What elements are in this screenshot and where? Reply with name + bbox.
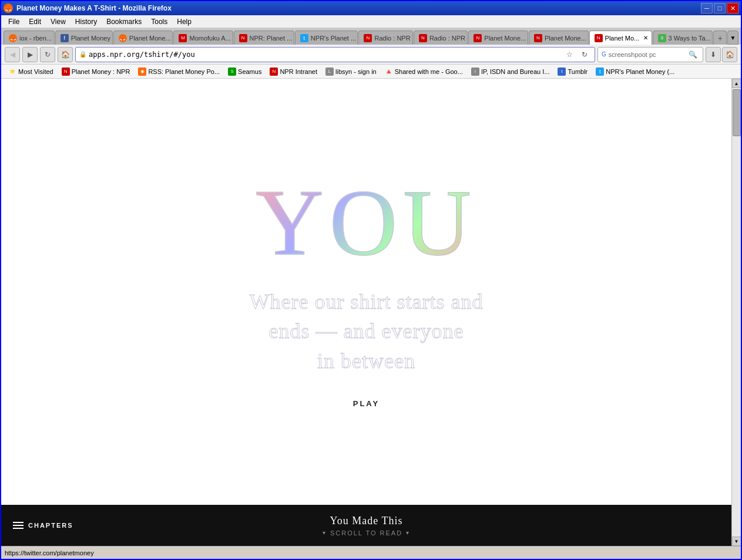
forward-button[interactable]: ▶ bbox=[22, 47, 38, 62]
close-button[interactable]: ✕ bbox=[727, 3, 738, 14]
nav-extra-buttons: ⬇ 🏠 bbox=[706, 47, 737, 62]
address-lock-icon: 🔒 bbox=[79, 51, 86, 58]
new-tab-button[interactable]: + bbox=[713, 31, 727, 45]
address-star-button[interactable]: ☆ bbox=[563, 48, 576, 61]
tab-favicon-pm4: N bbox=[534, 34, 542, 42]
menu-help[interactable]: Help bbox=[172, 16, 196, 27]
tab-overflow-button[interactable]: ▼ bbox=[727, 31, 738, 45]
bookmark-google-drive[interactable]: 🔺 Shared with me - Goo... bbox=[381, 66, 466, 77]
bookmark-tumblr-label: Tumblr bbox=[568, 68, 587, 75]
bookmark-gdrive-label: Shared with me - Goo... bbox=[395, 68, 463, 75]
menu-bookmarks[interactable]: Bookmarks bbox=[102, 16, 146, 27]
bookmark-tumblr[interactable]: t Tumblr bbox=[554, 66, 591, 77]
subtitle: Where our shirt starts and ends — and ev… bbox=[250, 287, 484, 376]
tab-label-pm2: Planet Mone... bbox=[129, 35, 171, 42]
bottom-bar: CHAPTERS You Made This ▾ SCROLL TO READ … bbox=[1, 505, 731, 546]
tab-momofuku[interactable]: M Momofuku A... bbox=[173, 31, 233, 45]
bookmark-npr-intranet-label: NPR Intranet bbox=[280, 68, 317, 75]
bookmark-rss[interactable]: ◉ RSS: Planet Money Po... bbox=[135, 66, 223, 77]
nav-bar: ◀ ▶ ↻ 🏠 🔒 apps.npr.org/tshirt/#/you ☆ ↻ … bbox=[1, 45, 741, 65]
bottom-center: You Made This ▾ SCROLL TO READ ▾ bbox=[323, 515, 410, 537]
bookmark-npr-intranet[interactable]: N NPR Intranet bbox=[266, 66, 321, 77]
search-button[interactable]: 🔍 bbox=[686, 48, 699, 61]
bookmark-all-button[interactable]: 🏠 bbox=[722, 47, 737, 62]
minimize-button[interactable]: ─ bbox=[701, 3, 713, 14]
address-refresh-button[interactable]: ↻ bbox=[578, 48, 591, 61]
menu-view[interactable]: View bbox=[46, 16, 70, 27]
firefox-icon: 🦊 bbox=[4, 4, 13, 13]
scroll-to-read-button[interactable]: ▾ SCROLL TO READ ▾ bbox=[323, 529, 410, 537]
chapters-line-1 bbox=[13, 522, 23, 523]
bookmarks-bar: ⭐ Most Visited N Planet Money : NPR ◉ RS… bbox=[1, 65, 741, 79]
bookmark-libsyn[interactable]: L libsyn - sign in bbox=[322, 66, 380, 77]
tab-favicon-pm-active: N bbox=[595, 34, 603, 42]
browser-window: 🦊 Planet Money Makes A T-Shirt - Mozilla… bbox=[0, 0, 742, 560]
bookmark-libsyn-label: libsyn - sign in bbox=[335, 68, 377, 75]
menu-file[interactable]: File bbox=[4, 16, 24, 27]
address-bar[interactable]: 🔒 apps.npr.org/tshirt/#/you ☆ ↻ bbox=[75, 47, 595, 62]
bookmark-ip-favicon: i bbox=[471, 68, 479, 76]
bookmark-rss-label: RSS: Planet Money Po... bbox=[148, 68, 220, 75]
tab-planet-mone3[interactable]: N Planet Mone... bbox=[468, 31, 528, 45]
tab-3ways[interactable]: 3 3 Ways to Ta... bbox=[653, 31, 713, 45]
tab-label-tw1: NPR's Planet ... bbox=[311, 35, 356, 42]
back-button[interactable]: ◀ bbox=[5, 47, 20, 62]
menu-history[interactable]: History bbox=[70, 16, 102, 27]
subtitle-line3: in between bbox=[317, 349, 415, 373]
bookmark-seamus-favicon: S bbox=[228, 68, 236, 76]
tab-planet-mone2[interactable]: 🦊 Planet Mone... bbox=[113, 31, 173, 45]
search-input-text: screenshpoot pc bbox=[609, 51, 684, 58]
title-bar: 🦊 Planet Money Makes A T-Shirt - Mozilla… bbox=[1, 1, 741, 15]
tab-label-radio2: Radio : NPR bbox=[429, 35, 465, 42]
download-button[interactable]: ⬇ bbox=[706, 47, 721, 62]
bookmark-intranet-favicon: N bbox=[270, 68, 278, 76]
bookmark-most-visited-label: Most Visited bbox=[18, 68, 53, 75]
bookmark-rss-favicon: ◉ bbox=[138, 68, 146, 76]
chapters-button[interactable]: CHAPTERS bbox=[13, 522, 73, 529]
scrollbar-track[interactable] bbox=[732, 88, 741, 537]
tab-label-radio1: Radio : NPR bbox=[374, 35, 410, 42]
bookmark-most-visited[interactable]: ⭐ Most Visited bbox=[5, 66, 57, 77]
bookmark-nprs-planet-money[interactable]: t NPR's Planet Money (... bbox=[592, 66, 678, 77]
tab-planet-mo-active[interactable]: N Planet Mo... ✕ bbox=[589, 31, 652, 45]
tab-close-button[interactable]: ✕ bbox=[642, 34, 650, 42]
tab-npr-planet[interactable]: N NPR: Planet ... bbox=[234, 31, 294, 45]
bookmark-star-icon: ⭐ bbox=[8, 68, 16, 76]
scrollbar-up-button[interactable]: ▲ bbox=[732, 79, 741, 88]
scroll-to-read-label: SCROLL TO READ bbox=[330, 529, 402, 537]
reload-button[interactable]: ↻ bbox=[40, 47, 55, 62]
tab-label-pm4: Planet Mone... bbox=[545, 35, 586, 42]
tab-facebook-pm[interactable]: f Planet Money bbox=[55, 31, 113, 45]
tab-favicon-iox: 🦊 bbox=[9, 34, 17, 42]
vertical-scrollbar: ▲ ▼ bbox=[731, 79, 741, 546]
bookmark-ip-isdn[interactable]: i IP, ISDN and Bureau I... bbox=[468, 66, 553, 77]
chapters-label: CHAPTERS bbox=[28, 522, 73, 529]
play-button[interactable]: PLAY bbox=[353, 399, 380, 408]
tab-label-pm-active: Planet Mo... bbox=[605, 35, 640, 42]
bookmark-gdrive-favicon: 🔺 bbox=[385, 68, 393, 76]
tab-favicon-npr1: N bbox=[239, 34, 247, 42]
menu-edit[interactable]: Edit bbox=[24, 16, 46, 27]
scrollbar-thumb[interactable] bbox=[733, 89, 741, 136]
tab-favicon-tw1: t bbox=[300, 34, 308, 42]
you-made-this-title: You Made This bbox=[330, 515, 403, 527]
home-button[interactable]: 🏠 bbox=[58, 47, 73, 62]
tab-favicon-mom: M bbox=[179, 34, 187, 42]
tab-iox[interactable]: 🦊 iox - rben... bbox=[4, 31, 55, 45]
bookmark-planet-money-npr[interactable]: N Planet Money : NPR bbox=[58, 66, 134, 77]
bookmark-tumblr-favicon: t bbox=[558, 68, 566, 76]
bookmark-planet-money-npr-label: Planet Money : NPR bbox=[72, 68, 130, 75]
tab-planet-mone4[interactable]: N Planet Mone... bbox=[529, 31, 589, 45]
scroll-chevron-right: ▾ bbox=[406, 529, 410, 536]
maximize-button[interactable]: □ bbox=[714, 3, 726, 14]
scrollbar-down-button[interactable]: ▼ bbox=[732, 537, 741, 546]
search-bar[interactable]: G screenshpoot pc 🔍 bbox=[597, 47, 703, 62]
subtitle-line1: Where our shirt starts and bbox=[250, 290, 484, 313]
bookmark-seamus[interactable]: S Seamus bbox=[224, 66, 265, 77]
menu-tools[interactable]: Tools bbox=[146, 16, 172, 27]
you-heading: YOU bbox=[256, 176, 477, 269]
tab-radio-npr2[interactable]: N Radio : NPR bbox=[414, 31, 468, 45]
tab-nprs-planet[interactable]: t NPR's Planet ... bbox=[295, 31, 358, 45]
tab-radio-npr1[interactable]: N Radio : NPR bbox=[358, 31, 412, 45]
tab-label-npr1: NPR: Planet ... bbox=[250, 35, 293, 42]
